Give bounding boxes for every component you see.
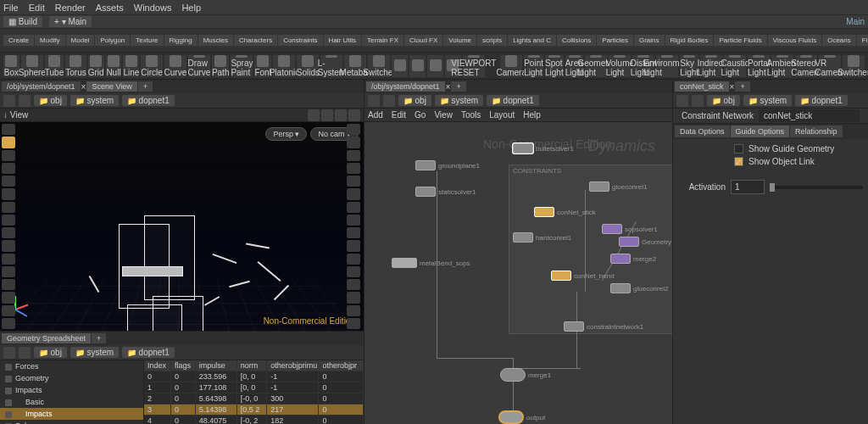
node-name-field[interactable]: conNet_stick xyxy=(759,109,860,122)
tree-forces[interactable]: Forces xyxy=(0,360,143,372)
shelf-modify[interactable]: Modify xyxy=(35,35,65,46)
table-row[interactable]: 4048.4075[-0, 21820 xyxy=(144,416,364,424)
node-metalbend[interactable]: metalBend_sops xyxy=(392,258,470,268)
tool-switcher[interactable]: Switcher xyxy=(843,55,865,77)
tool-indirect-light[interactable]: Indirect Light xyxy=(700,55,722,77)
vp-right-tool-4[interactable] xyxy=(347,176,360,187)
menu-assets[interactable]: Assets xyxy=(96,3,124,13)
netmenu-edit[interactable]: Edit xyxy=(392,110,406,120)
vp-left-tool-6[interactable] xyxy=(2,202,15,213)
netmenu-view[interactable]: View xyxy=(434,110,453,120)
parm-crumb-system[interactable]: 📁 system xyxy=(743,95,792,106)
scene-tab-view[interactable]: Scene View xyxy=(86,81,136,92)
vp-left-tool-1[interactable] xyxy=(2,137,15,148)
tool-curve[interactable]: Curve xyxy=(164,55,186,77)
vp-left-tool-0[interactable] xyxy=(2,124,15,135)
shelf-texture[interactable]: Texture xyxy=(131,35,163,46)
vp-right-tool-1[interactable] xyxy=(347,137,360,148)
ss-crumb-dopnet[interactable]: 📁 dopnet1 xyxy=(122,347,175,358)
ss-nav-back[interactable] xyxy=(3,347,15,359)
tool-environment-light[interactable]: Environment Light xyxy=(656,55,678,77)
shelf-constraints[interactable]: Constraints xyxy=(278,35,322,46)
tool-point-light[interactable]: Point Light xyxy=(524,55,543,77)
ss-crumb-obj[interactable]: 📁 obj xyxy=(34,347,67,358)
shelf-fluid-contai[interactable]: Fluid Contai xyxy=(857,35,868,46)
shelf-rigid-bodies[interactable]: Rigid Bodies xyxy=(665,35,714,46)
vp-right-tool-14[interactable] xyxy=(347,305,360,316)
tool-sep[interactable] xyxy=(409,55,426,77)
tree-geometry[interactable]: Geometry xyxy=(0,372,143,384)
network-tab-add[interactable]: + xyxy=(451,81,465,92)
shelf-muscles[interactable]: Muscles xyxy=(198,35,233,46)
vp-right-tool-12[interactable] xyxy=(347,279,360,290)
vp-left-tool-7[interactable] xyxy=(2,215,15,226)
netmenu-tools[interactable]: Tools xyxy=(461,110,481,120)
main-dropdown[interactable]: + ▾ Main xyxy=(49,16,92,27)
net-crumb-system[interactable]: 📁 system xyxy=(435,95,483,106)
scene-tab-path[interactable]: /obj/system/dopnet1 xyxy=(2,81,81,92)
node-conNet-stick[interactable]: conNet_stick xyxy=(534,207,596,217)
shelf-particles[interactable]: Particles xyxy=(597,35,633,46)
tree-basic[interactable]: Basic xyxy=(0,396,143,408)
net-crumb-dopnet[interactable]: 📁 dopnet1 xyxy=(487,95,539,106)
shelf-collisions[interactable]: Collisions xyxy=(557,35,596,46)
vp-left-tool-2[interactable] xyxy=(2,150,15,161)
tool-path[interactable]: Path xyxy=(212,55,230,77)
tool-caustic-light[interactable]: Caustic Light xyxy=(724,55,746,77)
tool-line[interactable]: Line xyxy=(123,55,139,77)
shelf-rigging[interactable]: Rigging xyxy=(164,35,198,46)
netmenu-add[interactable]: Add xyxy=(368,110,383,120)
activation-slider[interactable] xyxy=(770,186,863,189)
node-sopsolver[interactable]: sopsolver1 xyxy=(602,224,658,234)
network-tab[interactable]: /obj/system/dopnet1 xyxy=(366,81,445,92)
tab-data-options[interactable]: Data Options xyxy=(675,126,730,137)
tab-guide-options[interactable]: Guide Options xyxy=(731,126,790,137)
menu-windows[interactable]: Windows xyxy=(134,3,172,13)
vp-right-tool-9[interactable] xyxy=(347,240,360,251)
vp-left-tool-3[interactable] xyxy=(2,163,15,174)
activation-input[interactable] xyxy=(731,180,765,194)
tool-volume-light[interactable]: Volume Light xyxy=(609,55,631,77)
tool-ambient-light[interactable]: Ambient Light xyxy=(771,55,793,77)
vp-left-tool-8[interactable] xyxy=(2,227,15,238)
node-constraintnetwork[interactable]: constraintnetwork1 xyxy=(564,321,643,332)
node-staticsolver[interactable]: staticsolver1 xyxy=(415,187,476,197)
persp-menu[interactable]: Persp ▾ xyxy=(265,127,307,141)
shelf-characters[interactable]: Characters xyxy=(234,35,277,46)
vp-opt-1[interactable] xyxy=(308,109,320,121)
nav-fwd[interactable] xyxy=(19,95,31,107)
vp-opt-4[interactable] xyxy=(348,109,360,121)
tool-solids[interactable]: Solids xyxy=(297,55,319,77)
parm-crumb-obj[interactable]: 📁 obj xyxy=(707,95,740,106)
scene-tab-add[interactable]: + xyxy=(138,81,153,92)
node-merge1[interactable]: merge1 xyxy=(500,368,551,382)
tool-sphere[interactable]: Sphere xyxy=(21,55,43,77)
parm-tab[interactable]: conNet_stick xyxy=(675,81,729,92)
vp-left-tool-4[interactable] xyxy=(2,176,15,187)
vp-right-tool-7[interactable] xyxy=(347,215,360,226)
menu-help[interactable]: Help xyxy=(181,3,201,13)
parm-tab-add[interactable]: + xyxy=(735,81,749,92)
tool-tube[interactable]: Tube xyxy=(45,55,64,77)
shelf-scripts[interactable]: scripts xyxy=(477,35,507,46)
vp-left-tool-13[interactable] xyxy=(2,292,15,303)
net-crumb-obj[interactable]: 📁 obj xyxy=(398,95,431,106)
tab-relationship[interactable]: Relationship xyxy=(790,126,843,137)
tool-draw-curve[interactable]: Draw Curve xyxy=(188,55,210,77)
tool-camera[interactable]: Camera xyxy=(500,55,522,77)
parm-nav-fwd[interactable] xyxy=(692,95,704,107)
tool-box[interactable]: Box xyxy=(3,55,19,77)
shelf-terrain-fx[interactable]: Terrain FX xyxy=(362,35,403,46)
spreadsheet-tab[interactable]: Geometry Spreadsheet xyxy=(2,333,91,343)
spreadsheet-add-tab[interactable]: + xyxy=(92,333,106,343)
vp-right-tool-13[interactable] xyxy=(347,292,360,303)
netmenu-go[interactable]: Go xyxy=(415,110,426,120)
tool-viewport-reset[interactable]: VIEWPORT RESET xyxy=(463,55,485,77)
nav-back[interactable] xyxy=(3,95,15,107)
vp-right-tool-11[interactable] xyxy=(347,266,360,277)
build-dropdown[interactable]: ▦ Build xyxy=(3,16,42,27)
menu-file[interactable]: File xyxy=(3,3,19,13)
vp-right-tool-6[interactable] xyxy=(347,202,360,213)
crumb-obj[interactable]: 📁 obj xyxy=(34,95,67,106)
tool-sep[interactable] xyxy=(392,55,408,77)
